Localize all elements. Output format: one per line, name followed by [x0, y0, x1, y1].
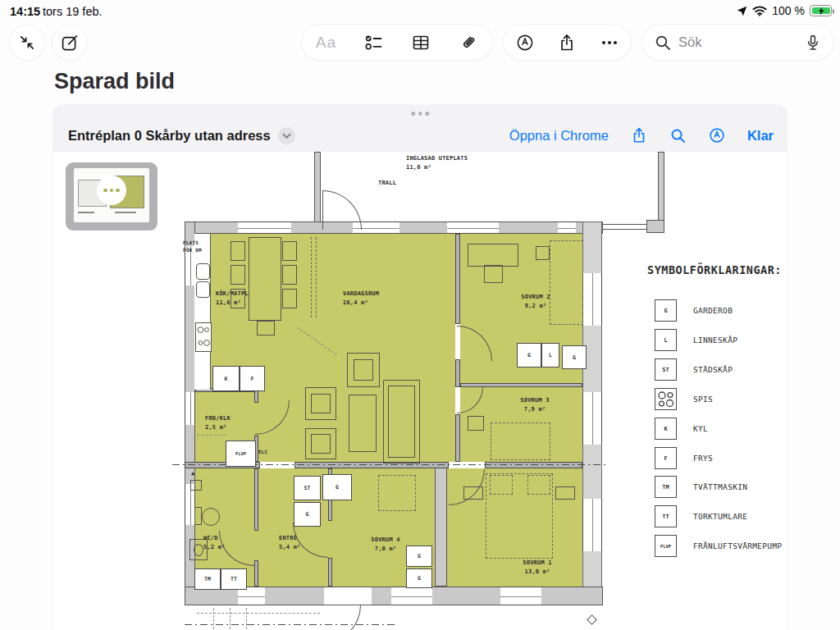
wall-segment — [294, 462, 449, 468]
legend-symbol-st: ST — [655, 358, 677, 381]
door-leaf — [322, 190, 323, 230]
viewer-share-button[interactable] — [630, 126, 648, 144]
pillow — [527, 475, 550, 495]
drain-arrow: ▲ — [191, 469, 194, 478]
note-title: Sparad bild — [54, 69, 175, 94]
legend-item: TM TVÄTTMASKIN — [655, 476, 747, 498]
paperclip-icon — [459, 33, 478, 52]
step-line — [197, 613, 320, 614]
legend-item: F FRYS — [655, 447, 713, 469]
done-button[interactable]: Klar — [747, 128, 774, 144]
page-thumbnail[interactable] — [66, 162, 158, 231]
dining-table — [249, 237, 281, 321]
dryer: TT — [221, 568, 247, 590]
window — [558, 221, 576, 234]
open-in-chrome-button[interactable]: Öppna i Chrome — [509, 128, 609, 144]
legend-item: FLVP FRÅNLUFTSVÄRMEPUMP — [655, 535, 782, 557]
annotation-elc: ELC — [258, 448, 267, 455]
wall-segment — [646, 220, 664, 233]
chair — [282, 241, 297, 261]
legend-symbol-tt: TT — [655, 505, 677, 527]
planned-furniture — [378, 475, 416, 511]
legend-label: SPIS — [693, 395, 713, 404]
wall-segment — [485, 462, 582, 468]
collapse-note-button[interactable] — [10, 25, 44, 60]
viewer-markup-button[interactable] — [708, 126, 726, 144]
annotation-plats-dm: PLATS FÖR DM — [183, 239, 202, 253]
viewer-title-row[interactable]: Entréplan 0 Skårby utan adress — [68, 127, 295, 144]
nightstand — [555, 486, 575, 500]
format-toolbar: Aa — [302, 25, 492, 60]
search-icon — [654, 34, 672, 52]
window — [582, 392, 602, 445]
battery-percent: 100 % — [772, 4, 805, 17]
survey-marker — [587, 614, 597, 625]
collapse-arrows-icon — [18, 34, 36, 52]
nightstand — [468, 416, 484, 431]
closet-st: ST — [294, 476, 321, 500]
clock: 14:15 — [10, 5, 40, 18]
battery-icon — [810, 5, 832, 16]
closet-g: G — [406, 568, 432, 588]
table-icon — [411, 33, 431, 52]
legend-item: SPIS — [655, 388, 713, 410]
window — [238, 221, 291, 234]
room-label-kok: KÖK/MATPL11,6 m² — [216, 290, 249, 307]
search-field[interactable]: Sök — [642, 25, 833, 60]
thumbnail-more-icon[interactable] — [97, 176, 126, 205]
search-icon — [669, 127, 687, 144]
floor-drain — [190, 480, 202, 491]
washing-machine: TM — [194, 568, 221, 590]
share-icon — [630, 126, 648, 144]
status-bar: 14:15 tors 19 feb. 100 % — [0, 0, 840, 23]
pillow — [490, 475, 513, 495]
title-menu-button[interactable] — [278, 127, 295, 144]
desk — [468, 244, 518, 267]
planned-furniture — [550, 240, 583, 325]
compose-note-button[interactable] — [52, 25, 87, 60]
location-icon — [737, 6, 747, 16]
drag-handle[interactable] — [411, 112, 429, 116]
compose-icon — [60, 33, 80, 52]
date: tors 19 feb. — [43, 5, 103, 18]
legend-title: SYMBOLFÖRKLARINGAR: — [647, 263, 782, 276]
viewer-search-button[interactable] — [669, 127, 687, 144]
window — [582, 273, 602, 326]
door-arc — [322, 190, 362, 230]
side-table-top — [354, 359, 373, 381]
bed — [491, 422, 550, 460]
floorplan-image: K F G L G — [53, 152, 787, 630]
wall-segment — [314, 152, 321, 230]
room-label-wc: WC/D5,2 m² — [203, 534, 226, 551]
image-viewer-card: Entréplan 0 Skårby utan adress Öppna i C… — [53, 105, 787, 630]
text-style-button[interactable]: Aa — [316, 34, 336, 52]
more-button[interactable] — [600, 33, 619, 52]
share-button[interactable] — [557, 33, 577, 52]
mic-icon[interactable] — [804, 34, 822, 52]
armchair-cushion — [311, 434, 331, 454]
coffee-table — [349, 395, 377, 452]
room-label-vardagsrum: VARDAGSRUM26,4 m² — [343, 290, 379, 307]
chair — [282, 289, 297, 308]
attachment-button[interactable] — [459, 33, 478, 52]
toilet-tank — [194, 507, 202, 525]
legend-item: ST STÄDSKÅP — [655, 358, 733, 381]
step-line — [246, 608, 247, 629]
legend-label: KYL — [693, 424, 708, 433]
closet-g: G — [562, 345, 587, 369]
kitchen-counter — [194, 234, 211, 390]
legend-label: FRYS — [693, 454, 713, 463]
wall-segment — [455, 234, 460, 324]
legend-item: TT TORKTUMLARE — [655, 505, 747, 527]
legend-label: TVÄTTMASKIN — [693, 482, 747, 491]
search-input[interactable]: Sök — [678, 34, 797, 50]
room-label-uteplats: INGLASAD UTEPLATS11,0 m² — [406, 154, 468, 171]
table-button[interactable] — [411, 33, 431, 52]
wall-segment — [328, 558, 332, 587]
legend-symbol-tm: TM — [655, 476, 677, 498]
wall-segment — [455, 414, 460, 462]
checklist-button[interactable] — [364, 33, 384, 52]
legend-item: L LINNESKÅP — [655, 329, 737, 351]
markup-button[interactable] — [515, 33, 535, 52]
room-label-trall: TRALL — [378, 179, 396, 188]
